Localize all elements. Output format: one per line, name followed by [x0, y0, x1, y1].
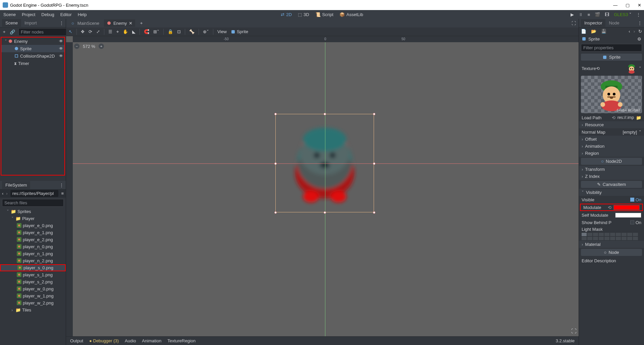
- fs-item-player_s_0-png[interactable]: player_s_0.png: [0, 264, 66, 271]
- history-menu-icon[interactable]: ↻: [638, 29, 642, 34]
- scale-tool-icon[interactable]: ⤢: [96, 29, 100, 34]
- menu-dots[interactable]: ⋮: [636, 12, 641, 17]
- search-icon[interactable]: 🔍: [642, 44, 644, 52]
- play-scene-button[interactable]: 🎬: [595, 12, 600, 17]
- zoom-level[interactable]: 572 %: [83, 44, 95, 49]
- cat-region[interactable]: ›Region: [579, 150, 644, 157]
- tree-node-sprite[interactable]: Sprite👁: [1, 45, 64, 52]
- tab-node[interactable]: Node: [605, 19, 623, 27]
- fs-item-player_n_0-png[interactable]: player_n_0.png: [0, 243, 66, 250]
- distraction-free-icon[interactable]: ⛶: [572, 21, 576, 26]
- sprite-menu[interactable]: Sprite: [231, 29, 248, 34]
- path-view-toggle[interactable]: ≡: [61, 191, 64, 196]
- tree-node-enemy[interactable]: ˅Enemy👁: [1, 38, 64, 45]
- dropdown-icon[interactable]: ˅: [639, 66, 641, 71]
- pivot-tool-icon[interactable]: ⌖: [116, 29, 119, 34]
- add-node-button[interactable]: ＋: [2, 29, 6, 35]
- filesystem-tree[interactable]: ˅📁Sprites˅📁Playerplayer_e_0.pngplayer_e_…: [0, 208, 66, 345]
- fs-item-player_w_0-png[interactable]: player_w_0.png: [0, 285, 66, 292]
- fs-item-player_n_2-png[interactable]: player_n_2.png: [0, 257, 66, 264]
- cat-material[interactable]: ›Material: [579, 241, 644, 248]
- cat-zindex[interactable]: ›Z Index: [579, 173, 644, 180]
- tab-import[interactable]: Import: [21, 19, 40, 27]
- dropdown-icon[interactable]: ˅: [639, 130, 641, 135]
- visible-checkbox[interactable]: [630, 198, 634, 202]
- class-sprite[interactable]: Sprite: [581, 54, 642, 61]
- save-resource-icon[interactable]: 💾: [601, 29, 606, 34]
- window-close-button[interactable]: ✕: [638, 3, 641, 8]
- fs-item-player_n_1-png[interactable]: player_n_1.png: [0, 250, 66, 257]
- fs-item-Sprites[interactable]: ˅📁Sprites: [0, 208, 66, 215]
- pan-tool-icon[interactable]: ✋: [123, 29, 128, 34]
- anchor-tool-icon[interactable]: ⊕˅: [203, 29, 209, 34]
- dock-menu-icon[interactable]: ⋮: [638, 20, 642, 25]
- window-minimize-button[interactable]: —: [613, 3, 618, 8]
- path-back-button[interactable]: ‹: [2, 191, 3, 196]
- menu-debug[interactable]: Debug: [41, 12, 54, 17]
- play-button[interactable]: ▶: [571, 12, 574, 17]
- fs-item-Tiles[interactable]: ›📁Tiles: [0, 306, 66, 314]
- light-mask-grid[interactable]: [582, 233, 641, 240]
- fs-item-player_s_1-png[interactable]: player_s_1.png: [0, 271, 66, 278]
- dock-menu-icon[interactable]: ⋮: [59, 183, 64, 188]
- fs-item-player_w_1-png[interactable]: player_w_1.png: [0, 292, 66, 299]
- class-node2d[interactable]: ○ Node2D: [581, 158, 642, 165]
- dock-menu-icon[interactable]: ⋮: [59, 20, 64, 25]
- self-modulate-color[interactable]: [615, 213, 641, 218]
- current-path[interactable]: res://Sprites/Player/pl: [10, 190, 59, 197]
- modulate-color[interactable]: [613, 205, 640, 210]
- zoom-in-button[interactable]: +: [99, 44, 104, 49]
- workspace-assetlib[interactable]: 📦AssetLib: [339, 12, 363, 17]
- history-back-icon[interactable]: ‹: [629, 29, 630, 34]
- stop-button[interactable]: ■: [588, 12, 590, 17]
- menu-editor[interactable]: Editor: [60, 12, 72, 17]
- workspace-3d[interactable]: ⬚3D: [298, 12, 309, 17]
- normal-map-value[interactable]: [empty]: [623, 130, 637, 135]
- scene-tree[interactable]: ˅Enemy👁Sprite👁CollisionShape2D👁⧗Timer: [1, 37, 65, 176]
- list-tool-icon[interactable]: ☰: [108, 29, 112, 34]
- menu-help[interactable]: Help: [78, 12, 87, 17]
- path-forward-button[interactable]: ›: [6, 191, 7, 196]
- class-node[interactable]: ○ Node: [581, 249, 642, 256]
- bone-tool-icon[interactable]: 🦴: [189, 29, 195, 34]
- tree-node-collisionshape2d[interactable]: CollisionShape2D👁: [1, 52, 64, 60]
- workspace-2d[interactable]: ⇄2D: [281, 12, 292, 17]
- pause-button[interactable]: ⏸: [579, 12, 583, 17]
- cat-animation[interactable]: ›Animation: [579, 143, 644, 150]
- menu-project[interactable]: Project: [22, 12, 35, 17]
- group-tool-icon[interactable]: ⊡: [177, 29, 181, 34]
- reset-icon[interactable]: ⟲: [596, 66, 600, 71]
- history-forward-icon[interactable]: ›: [634, 29, 635, 34]
- fs-item-Player[interactable]: ˅📁Player: [0, 215, 66, 222]
- fs-item-player_s_2-png[interactable]: player_s_2.png: [0, 278, 66, 285]
- view-menu[interactable]: View: [217, 29, 227, 34]
- fs-item-player_e_2-png[interactable]: player_e_2.png: [0, 236, 66, 243]
- filter-properties-input[interactable]: [581, 44, 642, 52]
- canvas-viewport[interactable]: -50 0 50 − 572 % +: [66, 36, 579, 336]
- close-tab-icon[interactable]: ✕: [129, 21, 132, 26]
- select-tool-icon[interactable]: ↖: [69, 29, 72, 34]
- show-behind-checkbox[interactable]: [630, 220, 634, 224]
- menu-scene[interactable]: Scene: [3, 12, 16, 17]
- cat-offset[interactable]: ›Offset: [579, 136, 644, 143]
- search-files-input[interactable]: [2, 199, 64, 207]
- texture-region-tab[interactable]: TextureRegion: [167, 338, 196, 343]
- snap-tool-icon[interactable]: 🧲: [144, 29, 149, 34]
- texture-preview[interactable]: 64x64 RGBA8: [581, 76, 642, 113]
- new-resource-icon[interactable]: 📄: [581, 29, 586, 34]
- texture-thumbnail[interactable]: [626, 63, 637, 74]
- class-canvasitem[interactable]: ✎ CanvasItem: [581, 181, 642, 188]
- cat-visibility[interactable]: ˅Visibility: [579, 189, 644, 196]
- fs-item-player_w_2-png[interactable]: player_w_2.png: [0, 299, 66, 306]
- load-path-value[interactable]: res://.imp: [618, 115, 634, 120]
- tree-node-timer[interactable]: ⧗Timer: [1, 60, 64, 67]
- cat-resource[interactable]: ›Resource: [579, 121, 644, 128]
- fs-item-player_e_1-png[interactable]: player_e_1.png: [0, 229, 66, 236]
- folder-icon[interactable]: 📁: [636, 115, 641, 120]
- output-tab[interactable]: Output: [70, 338, 83, 343]
- tab-scene[interactable]: Scene: [2, 19, 21, 27]
- add-tab-button[interactable]: ＋: [139, 20, 144, 26]
- reset-icon[interactable]: ⟲: [612, 115, 615, 120]
- tab-inspector[interactable]: Inspector: [581, 19, 605, 27]
- window-maximize-button[interactable]: ▢: [626, 3, 630, 8]
